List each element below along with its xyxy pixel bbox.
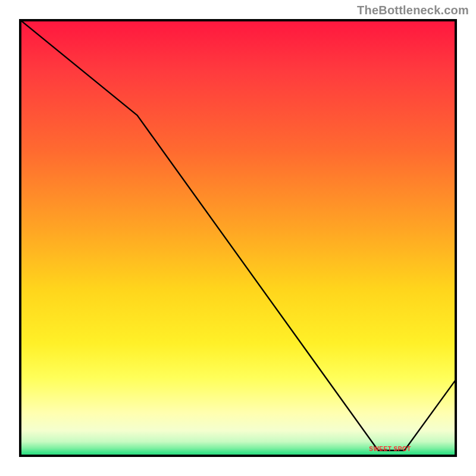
plot-area: SWEET SPOT xyxy=(19,19,457,457)
bottleneck-curve xyxy=(19,19,457,450)
chart-canvas: TheBottleneck.com SWEET SPOT xyxy=(0,0,476,476)
attribution-text: TheBottleneck.com xyxy=(357,4,469,17)
line-chart-svg xyxy=(19,19,457,457)
sweet-spot-label: SWEET SPOT xyxy=(369,446,411,452)
